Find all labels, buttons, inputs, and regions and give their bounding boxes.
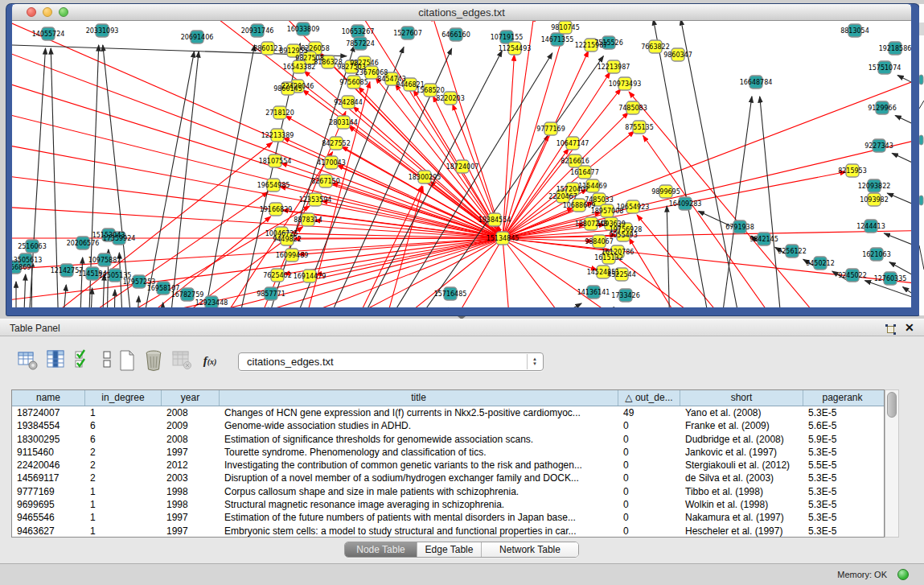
table-cell: 22420046: [12, 459, 85, 472]
graph-node-label: 16648784: [740, 79, 773, 86]
scrollbar-thumb[interactable]: [887, 392, 897, 418]
graph-node-label: 9810745: [551, 24, 580, 31]
table-row[interactable]: 977716911998Corpus callosum shape and si…: [12, 485, 884, 498]
table-cell: 0: [618, 485, 680, 498]
table-cell: 1: [85, 498, 162, 511]
table-cell: 2012: [162, 459, 220, 472]
table-cell: 0: [618, 459, 680, 472]
table-cell: 2: [85, 459, 162, 472]
table-cell: 0: [618, 511, 680, 524]
graph-node-label: 19166829: [260, 206, 293, 213]
graph-node-label: 15720407: [556, 186, 589, 193]
table-selector-combobox[interactable]: citations_edges.txt ▲▼: [238, 352, 544, 371]
graph-node-label: 10653267: [342, 28, 375, 35]
table-cell: Tibbo et al. (1998): [680, 485, 803, 498]
table-cell: 1997: [162, 525, 220, 538]
column-header-pagerank[interactable]: pagerank: [803, 390, 881, 406]
table-row[interactable]: 1938455462009Genome-wide association stu…: [12, 419, 884, 432]
graph-node-label: 8860123: [253, 45, 282, 52]
graph-node-label: 8215953: [838, 167, 867, 175]
vertical-scrollbar[interactable]: [885, 389, 899, 538]
graph-node-label: 19384554: [478, 216, 511, 224]
graph-node-label: 15134845: [487, 235, 519, 242]
graph-node-label: 10647147: [556, 140, 589, 147]
new-table-icon[interactable]: [115, 349, 139, 373]
table-cell: 5.6E-5: [803, 419, 881, 432]
column-header-out_de[interactable]: △ out_de...: [618, 390, 680, 406]
show-columns-icon[interactable]: [44, 349, 68, 373]
graph-node-label: 12215987: [575, 42, 608, 49]
column-header-short[interactable]: short: [680, 390, 803, 406]
table-row[interactable]: 911546021997Tourette syndrome. Phenomeno…: [12, 446, 884, 459]
table-header-row[interactable]: namein_degreeyeartitle△ out_de...shortpa…: [12, 390, 884, 406]
column-header-title[interactable]: title: [220, 390, 618, 406]
table-row[interactable]: 969969511998Structural magnetic resonanc…: [12, 498, 884, 511]
tab-edge-table[interactable]: Edge Table: [417, 542, 482, 557]
graph-node-label: 1621063: [862, 251, 891, 258]
table-cell: Investigating the contribution of common…: [220, 459, 618, 472]
graph-node-label: 9777169: [536, 126, 565, 133]
select-rows-icon[interactable]: [71, 349, 95, 373]
import-table-icon[interactable]: [170, 349, 194, 373]
table-cell: 2003: [162, 472, 220, 484]
function-builder-icon[interactable]: f(x): [198, 349, 222, 373]
table-row[interactable]: 1456911722003Disruption of a novel membe…: [12, 472, 884, 484]
table-row[interactable]: 946362711997Embryonic stem cells: a mode…: [12, 525, 884, 538]
column-header-name[interactable]: name: [12, 390, 85, 406]
graph-node-label: 12213987: [598, 64, 630, 71]
graph-node-label: 9899695: [651, 188, 680, 196]
table-cell: 9699695: [12, 498, 85, 511]
graph-node-label: 15716485: [434, 290, 467, 298]
graph-node-label: 17359924: [103, 235, 136, 242]
window-titlebar[interactable]: citations_edges.txt: [12, 4, 911, 21]
table-cell: 5.3E-5: [803, 406, 881, 419]
table-options-icon[interactable]: [16, 349, 40, 373]
table-cell: 2: [85, 472, 162, 484]
table-row[interactable]: 1872400712008Changes of HCN gene express…: [12, 406, 884, 419]
table-toolbar: f(x) citations_edges.txt ▲▼: [0, 343, 924, 380]
table-cell: Embryonic stem cells: a model to study s…: [220, 525, 618, 538]
graph-node-label: 9756085: [339, 79, 368, 86]
graph-node-label: 9256122: [778, 248, 807, 255]
table-cell: 9465546: [12, 511, 85, 524]
table-row[interactable]: 1830029562008Estimation of significance …: [12, 433, 884, 446]
memory-ok-indicator-icon[interactable]: [897, 569, 909, 580]
tab-node-table[interactable]: Node Table: [345, 542, 417, 557]
background-window-sliver: [919, 4, 924, 315]
table-cell: Corpus callosum shape and size in male p…: [220, 485, 618, 498]
table-cell: 1998: [162, 485, 220, 498]
citation-network-graph[interactable]: 1405572420331093206914062093174616033809…: [12, 21, 911, 307]
graph-node-label: 20206576: [67, 240, 100, 247]
graph-node-label: 8216616: [561, 158, 589, 165]
graph-node-label: 2220467: [548, 193, 577, 200]
table-cell: 9463627: [12, 525, 85, 538]
graph-node-label: 12093822: [858, 183, 891, 190]
float-panel-icon[interactable]: [885, 323, 896, 334]
tab-network-table[interactable]: Network Table: [482, 542, 578, 557]
graph-node-label: 12353594: [299, 196, 332, 204]
graph-node-label: 7485083: [618, 105, 647, 112]
network-canvas[interactable]: 1405572420331093206914062093174616033809…: [12, 21, 911, 307]
graph-node-label: 2803144: [329, 119, 358, 126]
table-row[interactable]: 946554611997Estimation of the future num…: [12, 511, 884, 524]
table-cell: Hescheler et al. (1997): [680, 525, 803, 538]
graph-node-label: 16543382: [283, 64, 316, 71]
graph-node-label: 9860347: [663, 51, 692, 59]
table-panel-title: Table Panel: [10, 323, 60, 334]
graph-node-label: 12760335: [874, 275, 907, 282]
graph-node-label: 9842145: [749, 236, 778, 243]
table-cell: Disruption of a novel member of a sodium…: [220, 472, 618, 484]
delete-table-icon[interactable]: [142, 349, 166, 373]
graph-node-label: 8267150: [311, 178, 340, 185]
memory-status-label: Memory: OK: [837, 570, 887, 579]
graph-node-label: 10975887: [88, 257, 121, 264]
column-header-year[interactable]: year: [162, 390, 220, 406]
column-header-in_degree[interactable]: in_degree: [85, 390, 162, 406]
network-view-window: citations_edges.txt 14055724203310932069…: [6, 4, 919, 315]
table-cell: 0: [618, 525, 680, 538]
close-panel-icon[interactable]: ✕: [905, 321, 914, 334]
table-row[interactable]: 2242004622012Investigating the contribut…: [12, 459, 884, 472]
graph-node-label: 19756928: [610, 226, 643, 233]
graph-node-label: 1527607: [393, 30, 422, 37]
combobox-stepper-icon[interactable]: ▲▼: [527, 354, 542, 369]
